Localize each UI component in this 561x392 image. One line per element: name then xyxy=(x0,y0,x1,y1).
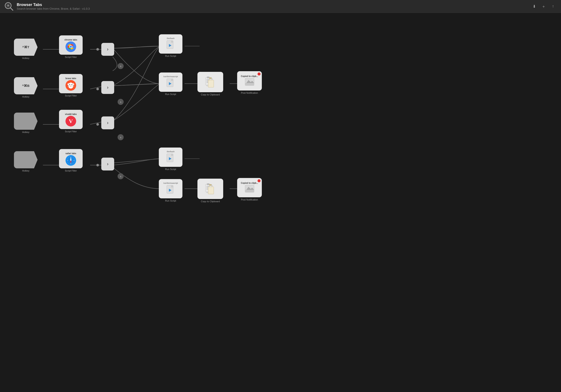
svg-rect-92 xyxy=(208,187,214,194)
app-header: Browser Tabs Search browser tabs from Ch… xyxy=(0,0,561,13)
brave-icon xyxy=(65,80,76,91)
svg-point-3 xyxy=(7,5,9,6)
chrome-arrow-box[interactable]: › xyxy=(101,43,114,56)
safari-hotkey-label: Hotkey xyxy=(22,169,29,172)
header-actions: ⬇ ＋ ↑ xyxy=(530,3,557,10)
safari-script-filter-node[interactable]: safari tabs xyxy=(59,149,83,172)
chrome-script-filter-node[interactable]: chrome tabs xyxy=(59,35,83,58)
notify1-box[interactable]: Copied to clipb... xyxy=(237,71,262,91)
chrome-icon xyxy=(65,41,76,52)
share-button[interactable]: ↑ xyxy=(550,3,557,10)
vivaldi-arrow-box[interactable]: › xyxy=(101,116,114,129)
chrome-sf-title: chrome tabs xyxy=(65,39,77,41)
chrome-hotkey-node[interactable]: ^⌘T Hotkey xyxy=(14,39,38,59)
vivaldi-hotkey-box[interactable] xyxy=(14,113,38,130)
svg-point-25 xyxy=(118,63,124,69)
copy1-box[interactable] xyxy=(197,72,223,92)
svg-point-37 xyxy=(70,46,72,48)
osascript-rs4-label: Run Script xyxy=(165,199,176,202)
vivaldi-hotkey-label: Hotkey xyxy=(22,131,29,133)
brave-hotkey-box[interactable]: ^⌘B xyxy=(14,77,38,94)
safari-sf-box[interactable]: safari tabs xyxy=(59,149,83,168)
svg-rect-80 xyxy=(171,154,173,156)
notify2-box[interactable]: Copied to clipb... xyxy=(237,178,262,197)
vivaldi-arrow-filter-node[interactable]: › xyxy=(101,116,114,129)
notify1-title: Copied to clipb... xyxy=(241,75,258,77)
vivaldi-script-filter-node[interactable]: vivaldi tabs V Script Filter xyxy=(59,110,83,133)
brave-arrow-filter-node[interactable]: › xyxy=(101,81,114,94)
svg-point-65 xyxy=(251,79,253,81)
safari-icon xyxy=(65,155,76,166)
brave-hotkey-label: Hotkey xyxy=(22,95,29,98)
osascript-rs2-label: Run Script xyxy=(165,93,176,95)
bash-run-script-1-node[interactable]: /bin/bash Run Script xyxy=(159,34,183,57)
header-text: Browser Tabs Search browser tabs from Ch… xyxy=(17,3,90,10)
workflow-canvas: ∧ ∧ ∧ ∧ ^⌘T Hotkey chrome tabs xyxy=(0,13,561,392)
brave-sf-label: Script Filter xyxy=(65,94,77,97)
notify1-label: Post Notification xyxy=(241,92,258,94)
copy1-label: Copy to Clipboard xyxy=(201,93,220,96)
post-notification-1-node[interactable]: Copied to clipb... Post Notification xyxy=(237,71,262,94)
svg-rect-63 xyxy=(245,83,254,86)
osascript-run-script-2-node[interactable]: /usr/bin/osascript Run Script xyxy=(159,72,183,95)
safari-sf-title: safari tabs xyxy=(65,152,76,155)
osascript-run-script-4-node[interactable]: /usr/bin/osascript Run Script xyxy=(159,179,183,202)
brave-arrow-box[interactable]: › xyxy=(101,81,114,94)
svg-rect-84 xyxy=(171,185,173,187)
svg-line-7 xyxy=(113,46,160,48)
brave-sf-title: brave tabs xyxy=(65,77,76,80)
safari-hotkey-box[interactable] xyxy=(14,151,38,168)
osascript-rs2-path: /usr/bin/osascript xyxy=(163,75,178,78)
notify1-badge xyxy=(258,72,260,75)
copy-clipboard-2-node[interactable]: Copy to Clipboard xyxy=(197,179,223,203)
chrome-sf-box[interactable]: chrome tabs xyxy=(59,35,83,55)
bash-rs3-box[interactable]: /bin/bash xyxy=(159,147,183,167)
osascript-rs2-box[interactable]: /usr/bin/osascript xyxy=(159,72,183,92)
copy2-box[interactable] xyxy=(197,179,223,199)
export-button[interactable]: ＋ xyxy=(540,3,547,10)
svg-text:V: V xyxy=(69,118,73,124)
safari-arrow-box[interactable]: › xyxy=(101,158,114,170)
osascript-rs4-box[interactable]: /usr/bin/osascript xyxy=(159,179,183,198)
app-title: Browser Tabs xyxy=(17,3,90,7)
import-button[interactable]: ⬇ xyxy=(530,3,538,10)
svg-line-18 xyxy=(113,159,160,163)
safari-sf-label: Script Filter xyxy=(65,169,77,172)
svg-point-43 xyxy=(68,83,73,89)
bash-rs1-label: Run Script xyxy=(165,55,176,57)
safari-arrow-filter-node[interactable]: › xyxy=(101,158,114,170)
chrome-sf-label: Script Filter xyxy=(65,56,77,58)
bash-rs1-path: /bin/bash xyxy=(167,37,175,40)
osascript-rs4-path: /usr/bin/osascript xyxy=(163,182,178,184)
bash-run-script-3-node[interactable]: /bin/bash Run Script xyxy=(159,147,183,170)
svg-point-6 xyxy=(96,48,99,51)
copy-clipboard-1-node[interactable]: Copy to Clipboard xyxy=(197,72,223,96)
vivaldi-hotkey-node[interactable]: Hotkey xyxy=(14,113,38,133)
brave-script-filter-node[interactable]: brave tabs xyxy=(59,74,83,97)
svg-text:∧: ∧ xyxy=(120,175,122,178)
bash-rs3-label: Run Script xyxy=(165,168,176,170)
svg-text:∧: ∧ xyxy=(120,101,122,103)
chrome-arrow-filter-node[interactable]: › xyxy=(101,43,114,56)
copy2-label: Copy to Clipboard xyxy=(201,200,220,203)
svg-point-97 xyxy=(251,186,253,188)
svg-line-11 xyxy=(113,84,160,86)
app-subtitle: Search browser tabs from Chrome, Brave, … xyxy=(17,7,90,10)
bash-rs1-box[interactable]: /bin/bash xyxy=(159,34,183,54)
vivaldi-icon: V xyxy=(65,116,76,126)
post-notification-2-node[interactable]: Copied to clipb... Post Notification xyxy=(237,178,262,201)
svg-point-77 xyxy=(70,160,71,161)
connection-lines: ∧ ∧ ∧ ∧ xyxy=(0,13,561,392)
vivaldi-sf-box[interactable]: vivaldi tabs V xyxy=(59,110,83,129)
svg-point-27 xyxy=(118,99,124,105)
svg-rect-61 xyxy=(209,77,212,79)
safari-hotkey-node[interactable]: Hotkey xyxy=(14,151,38,172)
brave-hotkey-node[interactable]: ^⌘B Hotkey xyxy=(14,77,38,98)
svg-text:∧: ∧ xyxy=(120,65,122,68)
chrome-hotkey-box[interactable]: ^⌘T xyxy=(14,39,38,56)
svg-rect-52 xyxy=(171,79,173,81)
brave-sf-box[interactable]: brave tabs xyxy=(59,74,83,93)
notify2-title: Copied to clipb... xyxy=(241,182,258,184)
svg-rect-60 xyxy=(208,80,214,87)
svg-line-2 xyxy=(10,8,13,10)
